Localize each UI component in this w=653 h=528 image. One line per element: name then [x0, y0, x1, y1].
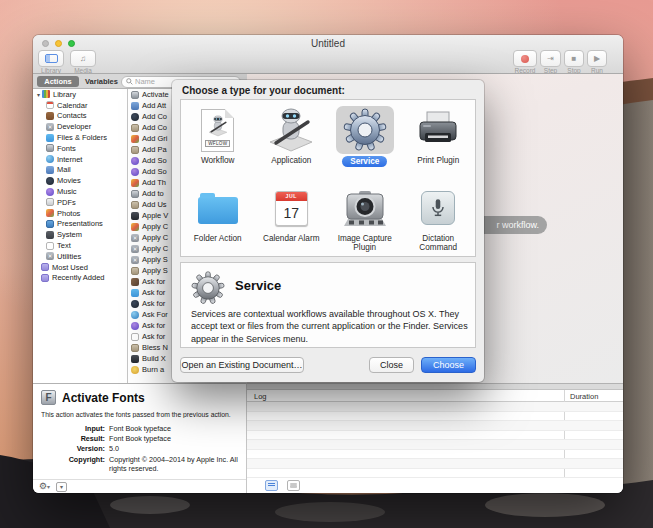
stack-view-icon[interactable]: [287, 480, 300, 491]
action-label: Apply S: [142, 266, 168, 275]
type-calendar-alarm[interactable]: JUL 17 Calendar Alarm: [255, 178, 329, 256]
burn-disc-icon: [131, 366, 139, 374]
calendar-alarm-icon: JUL 17: [275, 191, 308, 226]
sidebar-item-pdfs[interactable]: PDFs: [33, 197, 127, 208]
action-label: Ask for: [142, 321, 165, 330]
action-info-title: Activate Fonts: [62, 391, 145, 405]
sidebar-item-contacts[interactable]: Contacts: [33, 111, 127, 122]
log-pane: Log Duration: [247, 383, 623, 493]
sidebar-item-label: System: [57, 230, 82, 239]
action-label: Apply S: [142, 255, 168, 264]
sidebar-item-label: Developer: [57, 122, 91, 131]
sidebar-item-label: Utilities: [57, 252, 81, 261]
stop-button[interactable]: ■: [564, 50, 584, 67]
smart-folder-icon: [41, 274, 49, 282]
type-image-capture-plugin[interactable]: Image Capture Plugin: [328, 178, 402, 256]
action-label: Add Th: [142, 178, 166, 187]
tab-variables[interactable]: Variables: [85, 76, 118, 87]
type-workflow[interactable]: WFLOW Workflow: [181, 100, 255, 178]
step-button[interactable]: ⇥: [540, 50, 561, 67]
field-label: Copyright:: [33, 455, 105, 474]
sidebar-item-most-used[interactable]: Most Used: [33, 262, 127, 273]
sidebar-item-internet[interactable]: Internet: [33, 154, 127, 165]
sidebar-item-label: Movies: [57, 176, 81, 185]
sidebar-item-label: Music: [57, 187, 77, 196]
type-dictation-command[interactable]: Dictation Command: [402, 178, 476, 256]
action-label: Activate: [142, 90, 169, 99]
sidebar-item-fonts[interactable]: Fonts: [33, 143, 127, 154]
sidebar-item-mail[interactable]: Mail: [33, 165, 127, 176]
sidebar-item-calendar[interactable]: Calendar: [33, 100, 127, 111]
field-label: Result:: [33, 434, 105, 444]
movies-icon: [46, 177, 54, 185]
disclosure-button-icon[interactable]: ▾: [56, 482, 67, 492]
sidebar-item-utilities[interactable]: Utilities: [33, 251, 127, 262]
sidebar-item-movies[interactable]: Movies: [33, 175, 127, 186]
log-table-header: Log Duration: [247, 390, 623, 402]
gear-menu-icon[interactable]: ⚙▾: [39, 481, 50, 492]
run-button-label: Run: [584, 67, 610, 74]
photos-icon: [46, 209, 54, 217]
folder-icon: [46, 134, 54, 142]
movies-icon: [131, 300, 139, 308]
sidebar-item-files-folders[interactable]: Files & Folders: [33, 132, 127, 143]
media-button[interactable]: ♫: [70, 50, 96, 67]
log-row: [247, 459, 623, 469]
document-type-grid: WFLOW Workflow Applicatio: [180, 99, 476, 257]
utilities-icon: [131, 234, 139, 242]
font-book-icon: [131, 91, 139, 99]
text-doc-icon: [131, 333, 139, 341]
sidebar-item-presentations[interactable]: Presentations: [33, 219, 127, 230]
field-row: Copyright:Copyright © 2004–2014 by Apple…: [33, 455, 243, 474]
record-button[interactable]: [513, 50, 537, 67]
music-icon: [131, 322, 139, 330]
sidebar-item-recently-added[interactable]: Recently Added: [33, 273, 127, 284]
tab-actions[interactable]: Actions: [37, 76, 79, 87]
stamp-icon: [131, 344, 139, 352]
open-existing-document-button[interactable]: Open an Existing Document…: [180, 357, 304, 373]
type-label: Image Capture Plugin: [331, 234, 399, 253]
folder-icon: [131, 289, 139, 297]
sidebar-item-label: Recently Added: [52, 273, 105, 282]
list-view-icon[interactable]: [265, 480, 278, 491]
sidebar-item-photos[interactable]: Photos: [33, 208, 127, 219]
sidebar-item-developer[interactable]: Developer: [33, 121, 127, 132]
folder-action-icon: [198, 197, 238, 224]
step-icon: ⇥: [547, 55, 554, 63]
type-folder-action[interactable]: Folder Action: [181, 178, 255, 256]
sidebar-item-text[interactable]: Text: [33, 240, 127, 251]
build-icon: [131, 355, 139, 363]
sidebar-item-library[interactable]: ▾Library: [33, 89, 127, 100]
choose-button[interactable]: Choose: [421, 357, 476, 373]
action-label: Add Co: [142, 123, 167, 132]
sidebar-item-system[interactable]: System: [33, 229, 127, 240]
library-button[interactable]: [38, 50, 64, 67]
gear-icon: [191, 271, 225, 305]
type-application[interactable]: Application: [255, 100, 329, 178]
field-value: Copyright © 2004–2014 by Apple Inc. All …: [109, 455, 239, 474]
field-row: Input:Font Book typeface: [33, 424, 243, 434]
music-icon: [46, 188, 54, 196]
library-books-icon: [42, 90, 50, 98]
action-label: Add So: [142, 156, 167, 165]
run-button[interactable]: ▶: [587, 50, 607, 67]
action-label: Add Gri: [142, 134, 167, 143]
type-service[interactable]: Service: [328, 100, 402, 178]
type-print-plugin[interactable]: Print Plugin: [402, 100, 476, 178]
run-icon: ▶: [594, 55, 600, 63]
globe-icon: [131, 311, 139, 319]
field-row: Version:5.0: [33, 444, 243, 454]
disclosure-triangle-icon[interactable]: ▾: [35, 91, 42, 98]
sidebar-item-label: PDFs: [57, 198, 76, 207]
type-label: Application: [271, 156, 311, 165]
log-table-body: [247, 402, 623, 478]
music-icon: [131, 168, 139, 176]
action-label: Ask for: [142, 332, 165, 341]
camera-icon: [342, 185, 388, 231]
selected-type-description: Services are contextual workflows availa…: [191, 308, 469, 345]
field-value: Font Book typeface: [109, 424, 239, 434]
sidebar-item-music[interactable]: Music: [33, 186, 127, 197]
mail-icon: [131, 102, 139, 110]
action-label: Burn a: [142, 365, 164, 374]
close-button[interactable]: Close: [369, 357, 414, 373]
